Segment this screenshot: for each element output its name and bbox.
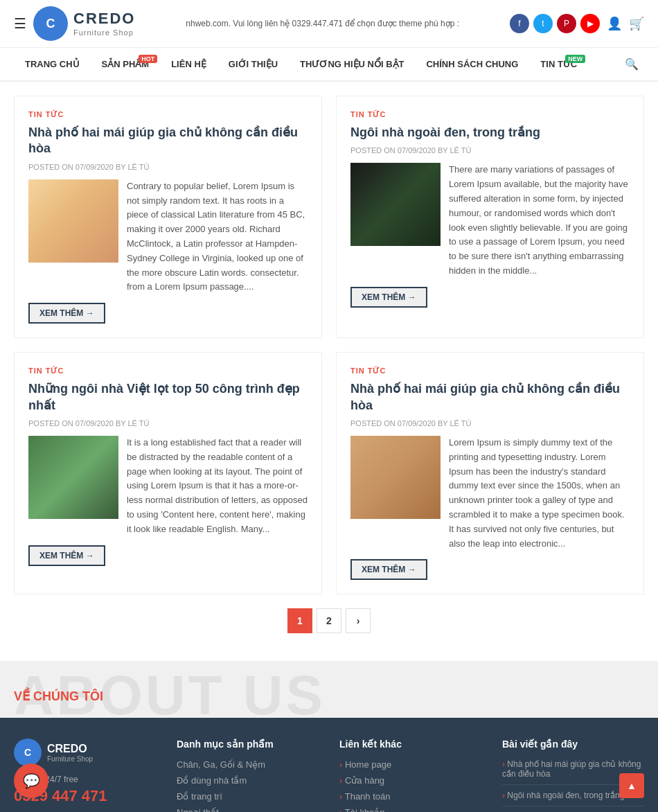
pinterest-icon[interactable]: P: [557, 14, 576, 33]
footer-link-3[interactable]: Thanh toán: [339, 791, 481, 802]
nav-item-policy[interactable]: CHÍNH SÁCH CHUNG: [415, 49, 529, 79]
chat-bubble-icon: 💬: [14, 764, 48, 798]
nav-item-brands[interactable]: THƯƠNG HIỆU NỔI BẬT: [289, 49, 415, 79]
footer: C CREDO Furniture Shop Support 24/7 free…: [0, 718, 658, 812]
twitter-icon[interactable]: t: [533, 14, 553, 33]
article-card-1: TIN TỨC Nhà phố hai mái giúp gia chủ khô…: [14, 96, 322, 338]
main-content: TIN TỨC Nhà phố hai mái giúp gia chủ khô…: [0, 82, 658, 661]
footer-col-links: Liên kết khác Home page Cửa hàng Thanh t…: [339, 739, 481, 812]
article-title-4[interactable]: Nhà phố hai mái giúp gia chủ không cần đ…: [350, 381, 630, 414]
footer-links-heading: Liên kết khác: [339, 739, 481, 750]
footer-cat-1[interactable]: Chân, Ga, Gối & Nệm: [177, 759, 319, 770]
logo[interactable]: C CREDO Furniture Shop: [33, 6, 135, 41]
footer-link-2[interactable]: Cửa hàng: [339, 775, 481, 786]
footer-logo-icon: C: [14, 739, 42, 766]
search-icon[interactable]: 🔍: [619, 48, 644, 80]
article-category-3: TIN TỨC: [28, 367, 308, 376]
brand-name: CREDO: [73, 10, 135, 28]
hot-badge: HOT: [139, 55, 157, 63]
footer-categories-heading: Danh mục sản phẩm: [177, 739, 319, 750]
page-next-btn[interactable]: ›: [346, 608, 371, 633]
top-right-area: f t P ▶ 👤 🛒: [510, 14, 644, 33]
article-title-3[interactable]: Những ngôi nhà Việt lọt top 50 công trìn…: [28, 381, 308, 414]
footer-cat-2[interactable]: Đồ dùng nhà tắm: [177, 775, 319, 786]
nav-item-news[interactable]: TIN TỨC NEW: [529, 49, 588, 79]
top-bar: ☰ C CREDO Furniture Shop nhweb.com. Vui …: [0, 0, 658, 48]
pagination: 1 2 ›: [14, 594, 644, 647]
nav-item-products[interactable]: SẢN PHẨM HOT: [91, 49, 161, 79]
about-section: ABOUT US VỀ CHÚNG TÔI: [0, 661, 658, 718]
article-title-1[interactable]: Nhà phố hai mái giúp gia chủ không cần đ…: [28, 125, 308, 157]
article-card-4: TIN TỨC Nhà phố hai mái giúp gia chủ khô…: [336, 352, 644, 594]
article-meta-2: POSTED ON 07/09/2020 BY LÊ TÚ: [350, 146, 630, 155]
nav-item-about[interactable]: GIỚI THIỆU: [217, 49, 289, 79]
article-card-3: TIN TỨC Những ngôi nhà Việt lọt top 50 c…: [14, 352, 322, 594]
article-excerpt-1: Contrary to popular belief, Lorem Ipsum …: [127, 179, 308, 294]
article-title-2[interactable]: Ngôi nhà ngoài đen, trong trắng: [350, 125, 630, 141]
logo-icon: C: [33, 6, 68, 41]
article-card-2: TIN TỨC Ngôi nhà ngoài đen, trong trắng …: [336, 96, 644, 338]
cart-icon[interactable]: 🛒: [629, 16, 644, 31]
youtube-icon[interactable]: ▶: [580, 14, 600, 33]
article-meta-3: POSTED ON 07/09/2020 BY LÊ TÚ: [28, 419, 308, 427]
footer-brand-tagline: Furniture Shop: [47, 755, 93, 763]
article-excerpt-4: Lorem Ipsum is simply dummy text of the …: [449, 436, 630, 551]
article-category-2: TIN TỨC: [350, 110, 630, 119]
article-image-4: [350, 436, 441, 519]
read-more-btn-3[interactable]: XEM THÊM →: [28, 545, 105, 566]
page-btn-2[interactable]: 2: [317, 608, 341, 633]
article-excerpt-3: It is a long established fact that a rea…: [127, 436, 308, 537]
footer-link-4[interactable]: Tài khoản: [339, 807, 481, 812]
read-more-btn-1[interactable]: XEM THÊM →: [28, 303, 105, 324]
footer-recent-heading: Bài viết gần đây: [502, 739, 644, 750]
article-category-4: TIN TỨC: [350, 367, 630, 376]
footer-cat-3[interactable]: Đồ trang trí: [177, 791, 319, 802]
read-more-btn-4[interactable]: XEM THÊM →: [350, 559, 427, 580]
chat-widget[interactable]: 💬: [14, 764, 48, 798]
article-image-2: [350, 163, 441, 246]
navbar: TRANG CHỦ SẢN PHẨM HOT LIÊN HỆ GIỚI THIỆ…: [0, 48, 658, 82]
article-image-1: [28, 179, 118, 263]
footer-col-categories: Danh mục sản phẩm Chân, Ga, Gối & Nệm Đồ…: [177, 739, 319, 812]
nav-item-home[interactable]: TRANG CHỦ: [14, 49, 91, 79]
footer-brand-name: CREDO: [47, 743, 93, 755]
article-category: TIN TỨC: [28, 110, 308, 119]
new-badge: NEW: [565, 55, 585, 63]
hamburger-menu[interactable]: ☰: [14, 6, 33, 42]
article-meta-1: POSTED ON 07/09/2020 BY LÊ TÚ: [28, 163, 308, 171]
articles-grid: TIN TỨC Nhà phố hai mái giúp gia chủ khô…: [14, 96, 644, 594]
brand-tagline: Furniture Shop: [73, 28, 135, 37]
facebook-icon[interactable]: f: [510, 14, 529, 33]
top-message: nhweb.com. Vui lòng liên hệ 0329.447.471…: [135, 19, 510, 28]
article-excerpt-2: There are many variations of passages of…: [449, 163, 630, 278]
user-icon[interactable]: 👤: [607, 16, 622, 31]
about-title: VỀ CHÚNG TÔI: [14, 689, 644, 704]
article-image-3: [28, 436, 118, 519]
scroll-top-btn[interactable]: ▲: [619, 773, 644, 798]
page-btn-1[interactable]: 1: [287, 608, 312, 633]
nav-item-contact[interactable]: LIÊN HỆ: [160, 49, 217, 79]
read-more-btn-2[interactable]: XEM THÊM →: [350, 287, 427, 308]
footer-link-1[interactable]: Home page: [339, 759, 481, 770]
article-meta-4: POSTED ON 07/09/2020 BY LÊ TÚ: [350, 419, 630, 427]
footer-cat-4[interactable]: Ngoại thất: [177, 807, 319, 812]
